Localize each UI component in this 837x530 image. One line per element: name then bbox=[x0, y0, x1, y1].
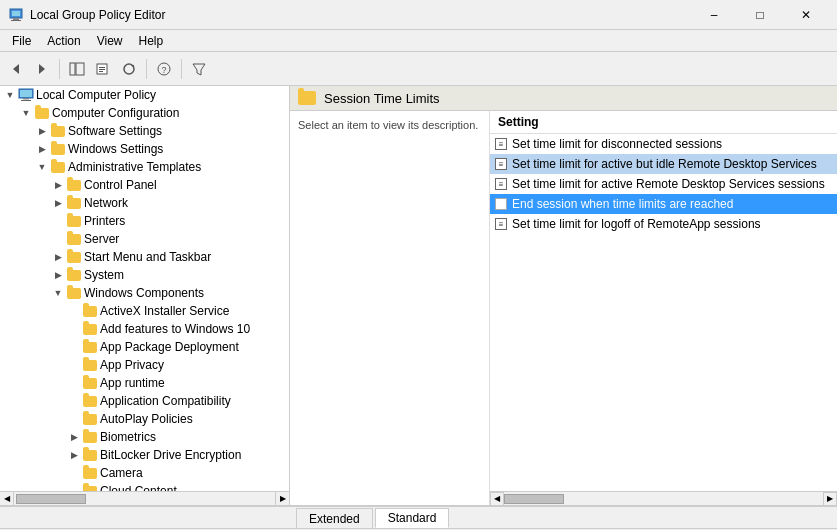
folder-icon-bde bbox=[82, 448, 98, 462]
tree-item-lcp[interactable]: ▼ Local Computer Policy bbox=[0, 86, 289, 104]
left-pane-scrollbar[interactable]: ◀ ▶ bbox=[0, 491, 289, 505]
tree-item-apr[interactable]: App runtime bbox=[0, 374, 289, 392]
folder-icon-apd bbox=[82, 340, 98, 354]
expander-cc[interactable]: ▼ bbox=[18, 105, 34, 121]
tree-item-nw[interactable]: ▶ Network bbox=[0, 194, 289, 212]
maximize-button[interactable]: □ bbox=[737, 0, 783, 30]
tree-item-sv[interactable]: Server bbox=[0, 230, 289, 248]
setting-item-4[interactable]: ≡ End session when time limits are reach… bbox=[490, 194, 837, 214]
setting-icon-4: ≡ bbox=[494, 197, 508, 211]
folder-icon-nw bbox=[66, 196, 82, 210]
tree-item-bde[interactable]: ▶ BitLocker Drive Encryption bbox=[0, 446, 289, 464]
tree-view[interactable]: ▼ Local Computer Policy ▼ bbox=[0, 86, 289, 491]
expander-bio[interactable]: ▶ bbox=[66, 429, 82, 445]
help-button[interactable]: ? bbox=[152, 57, 176, 81]
tree-item-bio[interactable]: ▶ Biometrics bbox=[0, 428, 289, 446]
expander-cp[interactable]: ▶ bbox=[50, 177, 66, 193]
show-hide-button[interactable] bbox=[65, 57, 89, 81]
scroll-right-arrow[interactable]: ▶ bbox=[275, 492, 289, 506]
tree-item-cc[interactable]: ▼ Computer Configuration bbox=[0, 104, 289, 122]
tree-item-cp[interactable]: ▶ Control Panel bbox=[0, 176, 289, 194]
tree-item-ax[interactable]: ActiveX Installer Service bbox=[0, 302, 289, 320]
folder-icon-sm bbox=[66, 250, 82, 264]
content-area: Select an item to view its description. … bbox=[290, 111, 837, 505]
settings-list[interactable]: ≡ Set time limit for disconnected sessio… bbox=[490, 134, 837, 491]
menu-bar: File Action View Help bbox=[0, 30, 837, 52]
expander-sm[interactable]: ▶ bbox=[50, 249, 66, 265]
close-button[interactable]: ✕ bbox=[783, 0, 829, 30]
svg-text:?: ? bbox=[162, 65, 167, 75]
folder-icon-cld bbox=[82, 484, 98, 491]
setting-text-4: End session when time limits are reached bbox=[512, 197, 733, 211]
tree-item-app[interactable]: App Privacy bbox=[0, 356, 289, 374]
title-bar: Local Group Policy Editor – □ ✕ bbox=[0, 0, 837, 30]
expander-nw[interactable]: ▶ bbox=[50, 195, 66, 211]
tree-item-sm[interactable]: ▶ Start Menu and Taskbar bbox=[0, 248, 289, 266]
menu-action[interactable]: Action bbox=[39, 32, 88, 50]
tree-label-at: Administrative Templates bbox=[68, 160, 201, 174]
tree-label-apr: App runtime bbox=[100, 376, 165, 390]
scroll-thumb-left[interactable] bbox=[16, 494, 86, 504]
filter-button[interactable] bbox=[187, 57, 211, 81]
tree-item-cld[interactable]: Cloud Content bbox=[0, 482, 289, 491]
tree-label-sv: Server bbox=[84, 232, 119, 246]
svg-rect-18 bbox=[20, 90, 32, 97]
tree-item-ss[interactable]: ▶ Software Settings bbox=[0, 122, 289, 140]
tree-label-sm: Start Menu and Taskbar bbox=[84, 250, 211, 264]
tree-label-cp: Control Panel bbox=[84, 178, 157, 192]
tree-item-ws[interactable]: ▶ Windows Settings bbox=[0, 140, 289, 158]
scroll-track-left[interactable] bbox=[14, 492, 275, 506]
setting-item-3[interactable]: ≡ Set time limit for active Remote Deskt… bbox=[490, 174, 837, 194]
tree-item-aw[interactable]: Add features to Windows 10 bbox=[0, 320, 289, 338]
tree-item-apc[interactable]: Application Compatibility bbox=[0, 392, 289, 410]
scroll-track-right[interactable] bbox=[504, 492, 823, 506]
tree-item-at[interactable]: ▼ Administrative Templates bbox=[0, 158, 289, 176]
menu-help[interactable]: Help bbox=[131, 32, 172, 50]
folder-icon-aw bbox=[82, 322, 98, 336]
tree-label-nw: Network bbox=[84, 196, 128, 210]
expander-bde[interactable]: ▶ bbox=[66, 447, 82, 463]
tree-item-aup[interactable]: AutoPlay Policies bbox=[0, 410, 289, 428]
tab-standard[interactable]: Standard bbox=[375, 508, 450, 528]
back-button[interactable] bbox=[4, 57, 28, 81]
scroll-thumb-right[interactable] bbox=[504, 494, 564, 504]
tree-item-pr[interactable]: Printers bbox=[0, 212, 289, 230]
tree-label-aw: Add features to Windows 10 bbox=[100, 322, 250, 336]
tree-item-cam[interactable]: Camera bbox=[0, 464, 289, 482]
refresh-button[interactable] bbox=[117, 57, 141, 81]
description-pane: Select an item to view its description. bbox=[290, 111, 490, 505]
expander-lcp[interactable]: ▼ bbox=[2, 87, 18, 103]
setting-item-2[interactable]: ≡ Set time limit for active but idle Rem… bbox=[490, 154, 837, 174]
folder-open-icon-wc bbox=[66, 286, 82, 300]
tree-label-ws: Windows Settings bbox=[68, 142, 163, 156]
tree-item-sy[interactable]: ▶ System bbox=[0, 266, 289, 284]
expander-ws[interactable]: ▶ bbox=[34, 141, 50, 157]
forward-button[interactable] bbox=[30, 57, 54, 81]
expander-wc[interactable]: ▼ bbox=[50, 285, 66, 301]
tab-extended[interactable]: Extended bbox=[296, 508, 373, 528]
left-pane: ▼ Local Computer Policy ▼ bbox=[0, 86, 290, 505]
svg-rect-1 bbox=[12, 11, 20, 16]
properties-button[interactable] bbox=[91, 57, 115, 81]
tree-item-apd[interactable]: App Package Deployment bbox=[0, 338, 289, 356]
expander-sy[interactable]: ▶ bbox=[50, 267, 66, 283]
svg-rect-7 bbox=[76, 63, 84, 75]
svg-rect-20 bbox=[21, 100, 31, 101]
toolbar: ? bbox=[0, 52, 837, 86]
tree-label-ss: Software Settings bbox=[68, 124, 162, 138]
settings-pane: Setting ≡ Set time limit for disconnecte… bbox=[490, 111, 837, 505]
right-scrollbar-x[interactable]: ◀ ▶ bbox=[490, 491, 837, 505]
menu-view[interactable]: View bbox=[89, 32, 131, 50]
menu-file[interactable]: File bbox=[4, 32, 39, 50]
expander-at[interactable]: ▼ bbox=[34, 159, 50, 175]
expander-ss[interactable]: ▶ bbox=[34, 123, 50, 139]
scroll-left-arrow[interactable]: ◀ bbox=[0, 492, 14, 506]
minimize-button[interactable]: – bbox=[691, 0, 737, 30]
setting-item-5[interactable]: ≡ Set time limit for logoff of RemoteApp… bbox=[490, 214, 837, 234]
scroll-right-btn[interactable]: ▶ bbox=[823, 492, 837, 506]
svg-marker-4 bbox=[13, 64, 19, 74]
setting-item-1[interactable]: ≡ Set time limit for disconnected sessio… bbox=[490, 134, 837, 154]
folder-open-icon-at bbox=[50, 160, 66, 174]
scroll-left-btn[interactable]: ◀ bbox=[490, 492, 504, 506]
tree-item-wc[interactable]: ▼ Windows Components bbox=[0, 284, 289, 302]
